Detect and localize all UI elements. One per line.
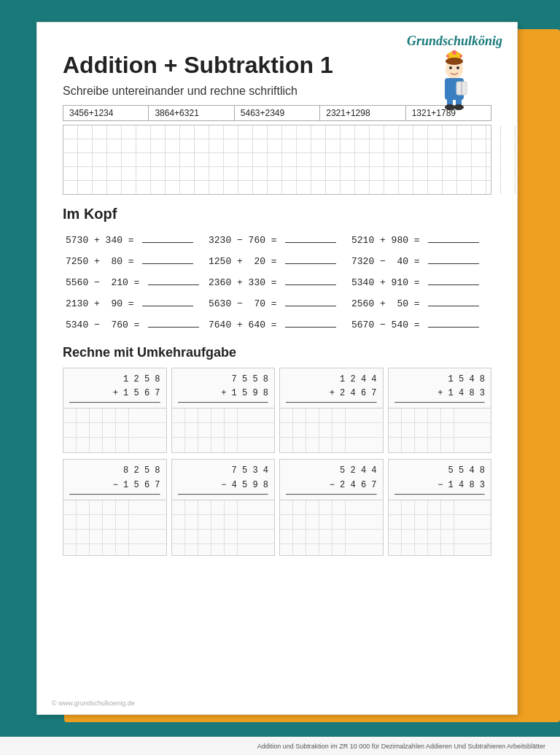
- addition-problems-row: 1 2 5 8 + 1 5 6 7: [63, 368, 491, 453]
- character-illustration: [429, 49, 480, 111]
- calc-block-add-4: 1 5 4 8 + 1 4 8 3: [388, 368, 492, 453]
- calc-block-sub-1: 8 2 5 8 − 1 5 6 7: [63, 459, 167, 555]
- svg-point-5: [449, 66, 452, 69]
- problem-cell-1: 3456+1234: [63, 106, 149, 120]
- mental-item-13: 5340 − 760 =: [63, 316, 206, 334]
- svg-point-13: [454, 104, 464, 110]
- mental-item-5: 1250 + 20 =: [206, 252, 349, 271]
- mental-item-2: 3230 − 760 =: [206, 231, 349, 249]
- rechne-title: Rechne mit Umkehraufgabe: [63, 345, 491, 360]
- mental-math-grid: 5730 + 340 = 3230 − 760 = 5210 + 980 = 7…: [63, 231, 491, 334]
- calc-block-sub-4: 5 5 4 8 − 1 4 8 3: [388, 459, 492, 555]
- svg-point-2: [446, 55, 449, 58]
- calc-block-add-3: 1 2 4 4 + 2 4 6 7: [279, 368, 384, 453]
- svg-point-1: [452, 50, 456, 55]
- mental-item-14: 7640 + 640 =: [206, 316, 349, 334]
- calc-problem-add-1: 1 2 5 8 + 1 5 6 7: [63, 368, 166, 409]
- mental-math-title: Im Kopf: [63, 206, 491, 222]
- svg-point-6: [456, 66, 459, 69]
- mental-item-8: 2360 + 330 =: [206, 274, 349, 292]
- problem-cell-3: 5463+2349: [235, 106, 320, 120]
- mental-item-12: 2560 + 50 =: [349, 295, 491, 313]
- svg-point-14: [446, 58, 463, 65]
- mental-item-7: 5560 − 210 =: [63, 274, 206, 292]
- footer-website: © www.grundschulkoenig.de: [52, 700, 135, 707]
- mental-item-4: 7250 + 80 =: [63, 252, 206, 271]
- calc-block-add-1: 1 2 5 8 + 1 5 6 7: [63, 368, 167, 453]
- mental-item-11: 5630 − 70 =: [206, 295, 349, 313]
- calc-block-sub-2: 7 5 3 4 − 4 5 9 8: [171, 459, 276, 555]
- mental-item-10: 2130 + 90 =: [63, 295, 206, 313]
- rechne-section: Rechne mit Umkehraufgabe 1 2 5 8 + 1 5 6…: [63, 345, 491, 556]
- bottom-bar-label: Addition und Subtraktion im ZR 10 000 fü…: [257, 743, 545, 750]
- problem-cell-4: 2321+1298: [320, 106, 405, 120]
- logo-text: Grundschulkönig: [407, 34, 502, 49]
- svg-point-12: [445, 104, 455, 110]
- bottom-bar: Addition und Subtraktion im ZR 10 000 fü…: [0, 737, 560, 755]
- svg-point-3: [459, 55, 462, 58]
- mental-item-15: 5670 − 540 =: [349, 316, 491, 334]
- worksheet-paper: Grundschulkönig: [36, 22, 518, 715]
- subtraction-problems-row: 8 2 5 8 − 1 5 6 7 7 5 3 4 − 4 5 9 8: [63, 459, 491, 555]
- writing-grid[interactable]: [63, 125, 491, 195]
- mental-item-1: 5730 + 340 =: [63, 231, 206, 249]
- mental-item-9: 5340 + 910 =: [349, 274, 491, 292]
- logo-area: Grundschulkönig: [407, 34, 502, 111]
- calc-block-add-2: 7 5 5 8 + 1 5 9 8: [171, 368, 276, 453]
- mental-item-6: 7320 − 40 =: [349, 252, 491, 271]
- calc-block-sub-3: 5 2 4 4 − 2 4 6 7: [279, 459, 384, 555]
- problem-cell-2: 3864+6321: [149, 106, 234, 120]
- mental-item-3: 5210 + 980 =: [349, 231, 491, 249]
- mental-math-section: Im Kopf 5730 + 340 = 3230 − 760 = 5210 +…: [63, 206, 491, 334]
